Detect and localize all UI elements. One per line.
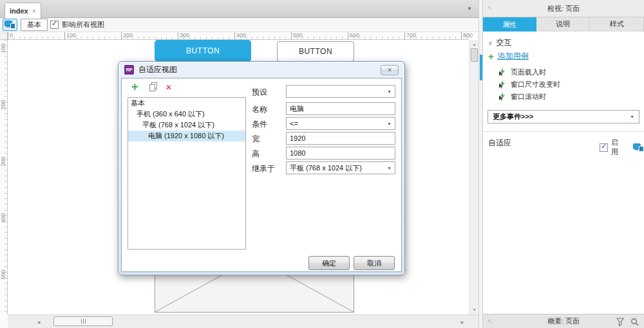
- caret-down-icon: ▼: [387, 166, 392, 170]
- hruler-label: 700: [404, 32, 416, 40]
- vruler-label: 500: [0, 265, 6, 284]
- section-divider: [483, 131, 644, 132]
- inspector-panel: ↖ 检视: 页面 属性 说明 样式 ∨ 交互 + 添加用例 页面载入时: [483, 0, 644, 328]
- name-field[interactable]: [286, 102, 395, 115]
- caret-down-icon: ▼: [630, 114, 634, 119]
- affect-all-views-checkbox[interactable]: ✓: [50, 21, 59, 29]
- interaction-section-header[interactable]: ∨ 交互: [488, 37, 512, 48]
- inherit-dropdown[interactable]: 平板 (768 x 1024 以下) ▼: [286, 161, 395, 174]
- event-label: 窗口滚动时: [511, 92, 546, 102]
- summary-bar: ↖ 概要: 页面: [483, 314, 644, 328]
- delete-icon: ✕: [166, 83, 172, 92]
- name-label: 名称: [252, 104, 267, 115]
- splitter-indicator: [480, 55, 482, 80]
- hruler-label: 300: [178, 32, 189, 40]
- event-label: 窗口尺寸改变时: [511, 80, 560, 89]
- hruler-label: 0: [8, 32, 13, 40]
- close-icon: ✕: [387, 67, 392, 73]
- event-onpageload[interactable]: 页面载入时: [498, 67, 546, 77]
- plus-icon: +: [488, 51, 494, 61]
- adaptive-enable-checkbox[interactable]: ✓: [600, 143, 608, 152]
- scroll-down-icon[interactable]: ▼: [469, 305, 479, 314]
- hruler-label: 600: [348, 32, 359, 40]
- filter-icon[interactable]: [616, 318, 625, 326]
- ok-button[interactable]: 确定: [308, 256, 350, 270]
- add-case-control[interactable]: + 添加用例: [488, 51, 529, 62]
- adaptive-toolbar: 基本 ✓ 影响所有视图: [0, 18, 478, 32]
- inherit-value: 平板 (768 x 1024 以下): [290, 163, 362, 173]
- page-tab-bar: index × ▼: [0, 0, 478, 18]
- hruler-label: 100: [64, 32, 76, 40]
- vertical-scrollbar[interactable]: ▲ ▼: [469, 40, 478, 314]
- duplicate-view-button[interactable]: [149, 82, 158, 94]
- panel-splitter[interactable]: [478, 0, 483, 328]
- width-label: 宽: [252, 134, 260, 145]
- scroll-left-icon[interactable]: ◀: [34, 317, 43, 326]
- hruler-label: 500: [291, 32, 303, 40]
- summary-title: 概要: 页面: [547, 316, 580, 326]
- cancel-button[interactable]: 取消: [354, 256, 395, 270]
- dialog-title: 自适应视图: [138, 64, 177, 75]
- horizontal-ruler: 0 100 200 300 400 500 600 700 800: [8, 32, 469, 40]
- width-field[interactable]: [286, 132, 395, 145]
- tab-list-dropdown-icon[interactable]: ▼: [467, 6, 472, 12]
- horizontal-scrollbar-thumb[interactable]: [53, 316, 113, 326]
- adaptive-views-button[interactable]: [3, 19, 17, 31]
- vruler-label: 300: [0, 152, 6, 171]
- add-case-link[interactable]: 添加用例: [498, 51, 529, 62]
- vruler-label: 100: [0, 39, 6, 58]
- tab-notes[interactable]: 说明: [536, 17, 591, 32]
- horizontal-scrollbar[interactable]: ◀ ▶: [8, 314, 478, 328]
- interaction-section-label: 交互: [497, 37, 512, 48]
- event-label: 页面载入时: [511, 68, 546, 77]
- collapse-panel-icon[interactable]: ↖: [488, 5, 493, 12]
- view-item-phone[interactable]: 手机 (360 x 640 以下): [128, 109, 245, 120]
- add-view-button[interactable]: +: [131, 81, 138, 93]
- preset-label: 预设: [252, 87, 267, 98]
- canvas-button-secondary[interactable]: BUTTON: [277, 41, 354, 62]
- devices-icon: [5, 21, 15, 29]
- scroll-up-icon[interactable]: ▲: [469, 40, 479, 49]
- adaptive-view-list[interactable]: 基本 手机 (360 x 640 以下) 平板 (768 x 1024 以下) …: [128, 97, 246, 250]
- scroll-right-icon[interactable]: ▶: [458, 317, 467, 326]
- chevron-down-icon: ∨: [488, 40, 493, 46]
- more-events-dropdown[interactable]: 更多事件>>> ▼: [488, 110, 639, 123]
- event-bolt-cursor-icon: [498, 80, 506, 89]
- collapse-panel-icon[interactable]: ↖: [488, 318, 493, 325]
- condition-value: <=: [290, 120, 298, 127]
- inspector-tabs: 属性 说明 样式: [483, 17, 644, 32]
- canvas-button-primary[interactable]: BUTTON: [155, 40, 251, 62]
- view-item-base[interactable]: 基本: [128, 98, 245, 109]
- hruler-label: 800: [461, 32, 473, 40]
- vertical-scrollbar-thumb[interactable]: [471, 48, 478, 62]
- check-icon: ✓: [601, 142, 607, 150]
- event-onwindowscroll[interactable]: 窗口滚动时: [498, 91, 546, 102]
- dialog-close-button[interactable]: ✕: [381, 65, 399, 75]
- delete-view-button[interactable]: ✕: [166, 83, 172, 92]
- height-field[interactable]: [286, 147, 395, 159]
- caret-down-icon: ▼: [387, 122, 392, 126]
- inspector-header: ↖ 检视: 页面: [483, 0, 644, 17]
- devices-icon[interactable]: [633, 143, 644, 152]
- preset-dropdown[interactable]: ▼: [286, 85, 395, 98]
- view-item-desktop[interactable]: 电脑 (1920 x 1080 以下): [128, 131, 245, 141]
- tab-style[interactable]: 样式: [590, 17, 644, 32]
- axure-app: index × ▼ 基本 ✓ 影响所有视图 0 100 200 300 400 …: [0, 0, 644, 328]
- event-bolt-cursor-icon: [498, 68, 506, 77]
- event-onwindowresize[interactable]: 窗口尺寸改变时: [498, 79, 560, 89]
- condition-dropdown[interactable]: <= ▼: [286, 117, 395, 130]
- tab-index[interactable]: index ×: [5, 3, 41, 19]
- dialog-body: + ✕ 基本 手机 (360 x 640 以下) 平板 (768 x 1024 …: [121, 78, 402, 272]
- rp-app-icon: RP: [124, 65, 134, 75]
- view-item-tablet[interactable]: 平板 (768 x 1024 以下): [128, 120, 245, 131]
- condition-label: 条件: [252, 119, 267, 130]
- event-bolt-cursor-icon: [498, 93, 506, 101]
- vertical-ruler: 100 200 300 400 500 600: [0, 40, 8, 328]
- tab-properties[interactable]: 属性: [483, 17, 536, 32]
- plus-icon: +: [131, 80, 138, 93]
- search-icon[interactable]: [630, 318, 639, 326]
- view-basic-button[interactable]: 基本: [21, 19, 48, 31]
- dialog-titlebar[interactable]: RP 自适应视图: [118, 62, 404, 78]
- tab-close-icon[interactable]: ×: [32, 8, 36, 15]
- more-events-label: 更多事件>>>: [493, 112, 533, 122]
